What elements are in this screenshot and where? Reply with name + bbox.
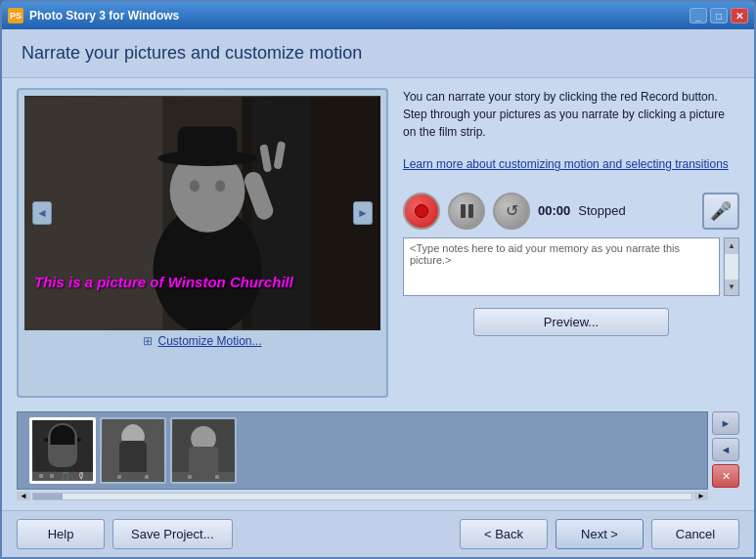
film-dot	[215, 475, 219, 479]
preview-button[interactable]: Preview...	[473, 308, 669, 336]
recorder-section: ↺ 00:00 Stopped 🎤	[403, 193, 739, 230]
record-indicator	[415, 204, 428, 218]
instructions-text: You can narrate your story by clicking t…	[403, 88, 739, 141]
record-button[interactable]	[403, 193, 440, 230]
svg-point-22	[191, 426, 216, 452]
right-panel: You can narrate your story by clicking t…	[403, 88, 739, 398]
rewind-button[interactable]: ↺	[493, 193, 530, 230]
notes-scrollbar: ▲ ▼	[724, 237, 739, 296]
filmstrip-forward-button[interactable]: ►	[712, 411, 739, 435]
svg-point-10	[215, 180, 225, 192]
photo-viewer: This is a picture of Winston Churchill ◄…	[17, 88, 388, 398]
cancel-button[interactable]: Cancel	[651, 519, 739, 549]
top-section: This is a picture of Winston Churchill ◄…	[17, 88, 739, 398]
recorder-status: Stopped	[578, 203, 625, 218]
filmstrip-scroll-right[interactable]: ►	[694, 492, 708, 500]
pause-button[interactable]	[448, 193, 485, 230]
title-bar: PS Photo Story 3 for Windows _ □ ✕	[2, 2, 754, 29]
customize-motion-link[interactable]: Customize Motion...	[157, 334, 261, 348]
scroll-up-arrow[interactable]: ▲	[725, 238, 738, 254]
filmstrip-scrollbar-row: ◄ ►	[17, 492, 739, 500]
thumb-image-2	[102, 419, 164, 472]
scroll-down-arrow[interactable]: ▼	[725, 280, 738, 295]
svg-rect-21	[172, 419, 234, 472]
svg-point-17	[44, 436, 81, 444]
app-icon: PS	[8, 8, 23, 23]
svg-rect-20	[121, 449, 145, 473]
thumbnail-3[interactable]	[170, 417, 237, 484]
photo-display: This is a picture of Winston Churchill ◄…	[24, 96, 380, 330]
svg-rect-14	[32, 420, 92, 472]
thumb-bar-2	[102, 472, 164, 482]
help-button[interactable]: Help	[17, 519, 105, 549]
photo-next-button[interactable]: ►	[353, 201, 373, 225]
window-controls: _ □ ✕	[689, 8, 748, 23]
close-button[interactable]: ✕	[731, 8, 748, 23]
photo-caption: This is a picture of Winston Churchill	[34, 273, 371, 292]
thumb-bar-3	[172, 472, 235, 482]
film-dot	[145, 475, 149, 479]
film-dot	[50, 474, 54, 478]
svg-rect-23	[190, 452, 217, 473]
filmstrip-scroll-thumb[interactable]	[33, 494, 63, 499]
film-dot	[188, 475, 192, 479]
svg-rect-8	[178, 127, 238, 162]
notes-textarea[interactable]: <Type notes here to aid your memory as y…	[403, 237, 720, 296]
maximize-button[interactable]: □	[710, 8, 728, 23]
filmstrip-section: 🎵 🎙	[17, 411, 739, 490]
microphone-button[interactable]: 🎤	[702, 193, 739, 230]
next-button[interactable]: Next >	[556, 519, 644, 549]
thumb-image-3	[172, 419, 235, 472]
thumb-image-1	[32, 420, 93, 472]
filmstrip-side-buttons: ► ◄ ✕	[712, 411, 739, 490]
film-dot	[117, 475, 121, 479]
time-display: 00:00	[538, 203, 570, 218]
main-content: Narrate your pictures and customize moti…	[2, 29, 754, 557]
pause-bar-right	[468, 204, 473, 218]
svg-point-15	[50, 433, 76, 463]
thumb-bar-1: 🎵 🎙	[32, 472, 93, 481]
film-dot	[39, 474, 43, 478]
main-window: PS Photo Story 3 for Windows _ □ ✕ Narra…	[0, 0, 756, 559]
customize-motion-bar: ⊞ Customize Motion...	[143, 334, 261, 348]
minimize-button[interactable]: _	[689, 8, 707, 23]
pause-bar-left	[461, 204, 466, 218]
notes-area: <Type notes here to aid your memory as y…	[403, 237, 739, 296]
page-title: Narrate your pictures and customize moti…	[2, 29, 754, 78]
back-button[interactable]: < Back	[460, 519, 548, 549]
photo-prev-button[interactable]: ◄	[32, 201, 52, 225]
scroll-track	[725, 254, 738, 280]
button-bar: Help Save Project... < Back Next > Cance…	[2, 510, 754, 557]
motion-icon: ⊞	[143, 334, 153, 348]
svg-point-19	[121, 425, 145, 449]
thumbnail-1[interactable]: 🎵 🎙	[29, 417, 96, 484]
thumb-ctrl-icon: 🎵	[60, 471, 70, 481]
filmstrip-scroll-left[interactable]: ◄	[17, 492, 30, 500]
thumb-ctrl-icon: 🎙	[77, 471, 86, 481]
save-project-button[interactable]: Save Project...	[112, 519, 233, 549]
filmstrip-container: 🎵 🎙	[17, 411, 708, 490]
svg-rect-18	[102, 419, 163, 472]
svg-rect-16	[50, 430, 76, 443]
filmstrip-area: 🎵 🎙	[17, 406, 739, 500]
filmstrip-scroll-track	[32, 493, 692, 500]
filmstrip-remove-button[interactable]: ✕	[712, 464, 739, 488]
photo-image: This is a picture of Winston Churchill	[24, 96, 380, 330]
filmstrip-back-button[interactable]: ◄	[712, 438, 739, 461]
learn-more-link[interactable]: Learn more about customizing motion and …	[403, 156, 739, 173]
svg-point-9	[190, 180, 200, 192]
thumbnail-2[interactable]	[100, 417, 166, 484]
content-area: This is a picture of Winston Churchill ◄…	[2, 78, 754, 510]
window-title: Photo Story 3 for Windows	[29, 9, 689, 22]
